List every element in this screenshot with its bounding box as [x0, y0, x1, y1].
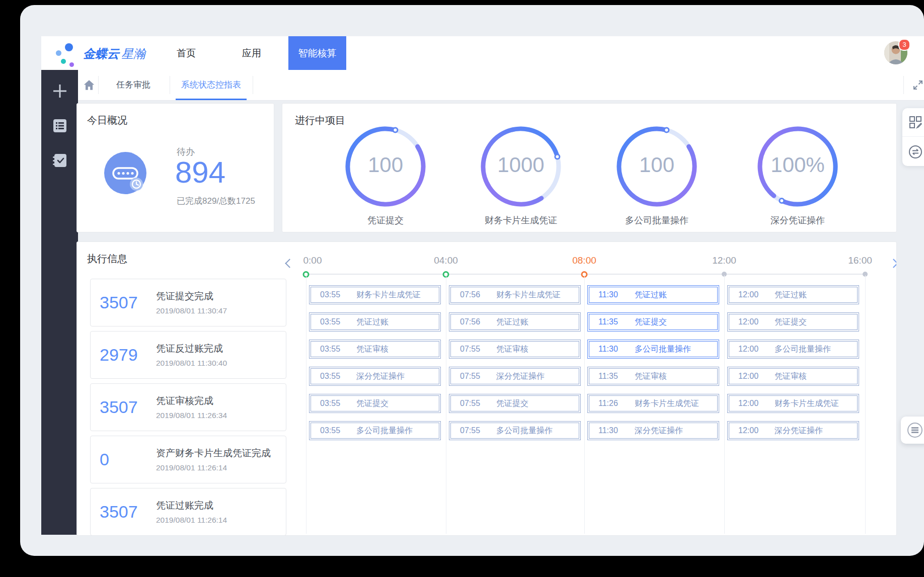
event-chip[interactable]: 03:55凭证审核 [309, 340, 441, 359]
gauge-value: 100 [614, 153, 700, 177]
event-label: 财务卡片生成凭证 [635, 398, 699, 409]
add-icon[interactable] [52, 83, 68, 99]
event-chip[interactable]: 11:26财务卡片生成凭证 [587, 394, 719, 413]
event-time: 03:55 [310, 345, 356, 354]
event-chip[interactable]: 11:30深分凭证操作 [587, 421, 719, 440]
event-label: 深分凭证操作 [496, 371, 545, 382]
event-chip[interactable]: 07:56凭证过账 [449, 312, 581, 332]
event-time: 07:55 [449, 372, 496, 381]
event-chip[interactable]: 12:00凭证过账 [727, 285, 859, 304]
todo-count: 894 [175, 155, 225, 190]
execution-timeline: 0:00 04:00 08:00 12:00 16:00 03:55财务卡片生成… [302, 242, 897, 536]
gauge-voucher-submit: 100 凭证提交 [343, 124, 428, 230]
stat-timestamp: 2019/08/01 11:30:40 [156, 359, 227, 368]
todo-summary-text: 已完成829/总数1725 [177, 195, 255, 207]
stat-card-voucher-submit-done[interactable]: 3507 凭证提交完成 2019/08/01 11:30:47 [90, 279, 286, 326]
event-chip[interactable]: 07:55凭证审核 [449, 340, 581, 359]
tab-task-approval[interactable]: 任务审批 [97, 70, 170, 100]
timeline-next-icon[interactable] [889, 259, 897, 268]
list-menu-icon[interactable] [52, 118, 67, 133]
event-chip[interactable]: 07:55多公司批量操作 [449, 421, 581, 440]
logo-dot-teal [61, 59, 66, 64]
event-label: 深分凭证操作 [775, 426, 823, 436]
timeline-column-divider [446, 275, 446, 534]
logo-dot-lightblue [56, 50, 61, 56]
event-chip-highlighted[interactable]: 11:30多公司批量操作 [587, 340, 719, 359]
stat-timestamp: 2019/08/01 11:26:14 [156, 516, 227, 525]
event-chip[interactable]: 11:35凭证审核 [587, 367, 719, 386]
todo-summary-icon [103, 151, 147, 195]
ongoing-projects-card: 进行中项目 100 凭证提交 1000 财务卡片生成凭证 [282, 103, 897, 232]
stat-card-voucher-post-done[interactable]: 3507 凭证过账完成 2019/08/01 11:26:14 [90, 488, 286, 536]
today-card-title: 今日概况 [87, 114, 127, 127]
event-chip[interactable]: 03:55多公司批量操作 [309, 421, 441, 440]
timeline-prev-icon[interactable] [285, 259, 294, 268]
fullscreen-icon[interactable] [912, 79, 924, 91]
gauge-label: 财务卡片生成凭证 [460, 214, 581, 226]
brand-name-bold: 金蝶云 [83, 47, 119, 60]
home-icon[interactable] [82, 78, 96, 92]
tab-divider [253, 76, 253, 94]
event-chip[interactable]: 12:00深分凭证操作 [727, 421, 859, 440]
event-chip[interactable]: 07:55凭证提交 [449, 394, 581, 413]
timeline-column-divider [865, 275, 866, 534]
event-chip[interactable]: 07:56财务卡片生成凭证 [449, 285, 581, 304]
stat-timestamp: 2019/08/01 11:26:14 [156, 463, 271, 472]
event-label: 凭证过账 [496, 317, 528, 327]
event-label: 深分凭证操作 [356, 371, 405, 382]
circled-menu-icon [906, 421, 924, 439]
event-chip[interactable]: 12:00凭证提交 [727, 312, 859, 332]
nav-item-smart-accounting[interactable]: 智能核算 [288, 36, 346, 70]
event-chip[interactable]: 03:55凭证过账 [309, 312, 441, 332]
dashboard-edit-button[interactable] [902, 108, 924, 137]
event-chip[interactable]: 03:55深分凭证操作 [309, 367, 441, 386]
event-chip[interactable]: 03:55凭证提交 [309, 394, 441, 413]
nav-item-home[interactable]: 首页 [166, 36, 206, 70]
tab-bar: 任务审批 系统状态控指表 [78, 70, 924, 101]
event-label: 多公司批量操作 [496, 426, 553, 436]
event-chip-highlighted[interactable]: 11:30凭证过账 [587, 285, 719, 304]
event-label: 凭证过账 [775, 290, 807, 300]
user-avatar[interactable]: 3 [884, 41, 907, 64]
stat-card-asset-card-voucher-done[interactable]: 0 资产财务卡片生成凭证完成 2019/08/01 11:26:14 [90, 436, 286, 483]
timeline-column-0400: 03:55财务卡片生成凭证 03:55凭证过账 03:55凭证审核 03:55深… [309, 285, 441, 448]
timeline-column-1200-current: 11:30凭证过账 11:35凭证提交 11:30多公司批量操作 11:35凭证… [587, 285, 719, 448]
event-time: 11:30 [588, 290, 635, 299]
logo-dot-purple [69, 62, 74, 67]
event-chip[interactable]: 07:55深分凭证操作 [449, 367, 581, 386]
tab-system-status[interactable]: 系统状态控指表 [170, 70, 253, 100]
event-time: 07:56 [449, 317, 496, 326]
today-overview-card: 今日概况 待办 894 已完成829/总数1725 [76, 103, 274, 232]
brand-logo[interactable]: 金蝶云星瀚 [54, 39, 170, 67]
brand-name-light: 星瀚 [121, 47, 145, 60]
left-sidebar [41, 70, 78, 535]
gauge-finance-card-voucher: 1000 财务卡片生成凭证 [478, 124, 564, 230]
event-label: 财务卡片生成凭证 [496, 290, 561, 300]
event-time: 12:00 [728, 317, 775, 326]
stat-label: 凭证反过账完成 [156, 342, 227, 355]
nav-item-apps[interactable]: 应用 [232, 36, 272, 70]
gauge-multi-company-batch: 100 多公司批量操作 [614, 124, 700, 230]
event-chip-highlighted[interactable]: 11:35凭证提交 [587, 312, 719, 332]
stat-value: 2979 [91, 345, 156, 365]
event-chip[interactable]: 12:00多公司批量操作 [727, 340, 859, 359]
event-time: 11:30 [588, 345, 635, 354]
event-time: 03:55 [310, 290, 356, 299]
event-time: 03:55 [310, 317, 356, 326]
quick-menu-button[interactable] [901, 417, 924, 444]
stat-card-voucher-unpost-done[interactable]: 2979 凭证反过账完成 2019/08/01 11:30:40 [90, 331, 286, 379]
event-time: 11:30 [588, 426, 635, 435]
event-chip[interactable]: 03:55财务卡片生成凭证 [309, 285, 441, 304]
timeline-tick-label-current: 08:00 [572, 255, 596, 266]
ongoing-card-title: 进行中项目 [295, 114, 345, 127]
task-check-icon[interactable] [52, 153, 67, 168]
event-label: 凭证提交 [356, 398, 389, 409]
grid-edit-icon [908, 115, 923, 130]
switch-view-button[interactable] [902, 137, 924, 166]
event-label: 凭证过账 [356, 317, 389, 327]
event-time: 07:55 [449, 399, 496, 408]
event-chip[interactable]: 12:00凭证审核 [727, 367, 859, 386]
stat-card-voucher-audit-done[interactable]: 3507 凭证审核完成 2019/08/01 11:26:34 [90, 383, 286, 431]
event-chip[interactable]: 12:00财务卡片生成凭证 [727, 394, 859, 413]
execution-info-card: 执行信息 3507 凭证提交完成 2019/08/01 11:30:47 297… [76, 241, 897, 536]
